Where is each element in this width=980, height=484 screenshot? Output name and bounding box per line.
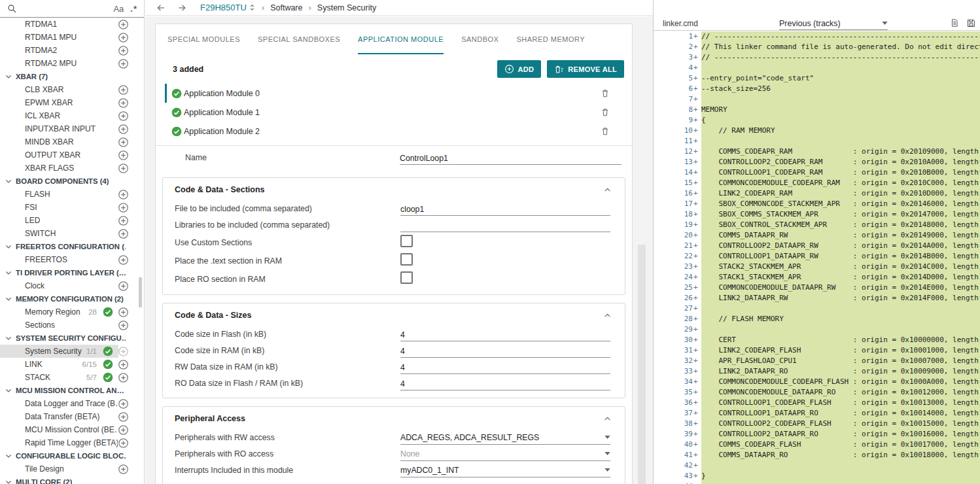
tree-item-rtdma1-mpu[interactable]: RTDMA1 MPU bbox=[0, 31, 144, 44]
delete-module-icon[interactable] bbox=[601, 126, 610, 136]
tree-item-epwm-xbar[interactable]: EPWM XBAR bbox=[0, 96, 144, 109]
tree-item-output-xbar[interactable]: OUTPUT XBAR bbox=[0, 148, 144, 162]
add-module-icon[interactable] bbox=[118, 137, 129, 148]
add-module-icon[interactable] bbox=[118, 189, 129, 200]
add-module-icon[interactable] bbox=[118, 228, 129, 239]
tree-item-clock[interactable]: Clock bbox=[0, 279, 144, 292]
add-module-icon[interactable] bbox=[118, 438, 129, 449]
tree-group-ti-driver-porting-layer[interactable]: TI DRIVER PORTING LAYER (… bbox=[0, 266, 144, 279]
breadcrumb-software[interactable]: Software bbox=[270, 3, 302, 12]
checkbox-place-ro-section-in-ram[interactable] bbox=[400, 271, 413, 284]
save-icon[interactable] bbox=[966, 18, 976, 28]
tab-application-module[interactable]: APPLICATION MODULE bbox=[358, 24, 444, 54]
tree-item-freertos[interactable]: FREERTOS bbox=[0, 253, 144, 266]
select-peripherals-with-rw-access[interactable]: ADCA_REGS, ADCA_RESULT_REGS bbox=[400, 431, 610, 445]
collapse-toggle-icon[interactable] bbox=[603, 415, 612, 423]
tree-item-led[interactable]: LED bbox=[0, 214, 144, 227]
select-peripherals-with-ro-access[interactable]: None bbox=[400, 447, 610, 461]
tree-item-sections[interactable]: Sections bbox=[0, 319, 144, 332]
content-scrollbar-thumb[interactable] bbox=[638, 245, 646, 484]
tree-item-clb-xbar[interactable]: CLB XBAR bbox=[0, 83, 144, 96]
select-interrupts-included-in-this-module[interactable]: myADC0_1_INT bbox=[400, 464, 610, 477]
tree-item-flash[interactable]: FLASH bbox=[0, 188, 144, 201]
forward-arrow-icon[interactable] bbox=[177, 3, 187, 12]
text-input-libraries-to-be-included-comma-separated[interactable] bbox=[400, 218, 610, 232]
name-input[interactable]: ControlLoop1 bbox=[400, 151, 621, 165]
add-module-icon[interactable] bbox=[118, 346, 129, 357]
add-module-icon[interactable] bbox=[118, 307, 129, 318]
tree-item-rtdma2-mpu[interactable]: RTDMA2 MPU bbox=[0, 57, 144, 70]
module-row[interactable]: Application Module 1 bbox=[165, 103, 623, 122]
text-input-rw-data-size-in-ram-in-kb[interactable]: 4 bbox=[400, 360, 610, 374]
checkbox-place-the-text-section-in-ram[interactable] bbox=[400, 253, 413, 266]
add-module-icon[interactable] bbox=[118, 215, 129, 226]
tree-item-mcu-mission-control-be[interactable]: MCU Mission Control (BE… bbox=[0, 423, 144, 436]
match-case-icon[interactable]: Aa bbox=[113, 4, 124, 14]
collapse-toggle-icon[interactable] bbox=[603, 186, 612, 194]
module-search-bar[interactable]: Aa .* bbox=[0, 0, 144, 18]
tree-group-system-security-configu[interactable]: SYSTEM SECURITY CONFIGU… bbox=[0, 332, 144, 345]
add-module-icon[interactable] bbox=[118, 398, 129, 409]
add-button[interactable]: ADD bbox=[497, 60, 542, 78]
add-module-icon[interactable] bbox=[118, 58, 129, 69]
add-module-icon[interactable] bbox=[118, 163, 129, 174]
tree-group-freertos-configuration[interactable]: FREERTOS CONFIGURATION (… bbox=[0, 240, 144, 253]
collapse-toggle-icon[interactable] bbox=[603, 311, 612, 320]
tree-item-stack[interactable]: STACK5/7 bbox=[0, 371, 144, 384]
add-module-icon[interactable] bbox=[118, 84, 129, 95]
compare-mode-dropdown[interactable]: Previous (tracks) bbox=[779, 17, 888, 30]
tree-group-multi-core-2[interactable]: MULTI CORE (2) bbox=[0, 475, 144, 484]
tree-item-link[interactable]: LINK6/15 bbox=[0, 358, 144, 371]
sidebar-scrollbar-thumb[interactable] bbox=[139, 277, 142, 307]
tree-item-system-security[interactable]: System Security1/1 bbox=[0, 345, 144, 358]
tree-item-data-logger-and-trace-b[interactable]: Data Logger and Trace (B… bbox=[0, 397, 144, 410]
delete-module-icon[interactable] bbox=[601, 107, 610, 117]
checkbox-use-custom-sections[interactable] bbox=[400, 235, 413, 247]
tree-group-board-components-4[interactable]: BOARD COMPONENTS (4) bbox=[0, 175, 144, 188]
tree-item-rapid-time-logger-beta[interactable]: Rapid Time Logger (BETA) bbox=[0, 436, 144, 449]
tree-item-inputxbar-input[interactable]: INPUTXBAR INPUT bbox=[0, 122, 144, 135]
breadcrumb-system-security[interactable]: System Security bbox=[317, 3, 376, 12]
add-module-icon[interactable] bbox=[118, 372, 129, 383]
text-input-ro-data-size-in-flash-ram-in-kb[interactable]: 4 bbox=[400, 377, 610, 390]
tree-group-configurable-logic-bloc[interactable]: CONFIGURABLE LOGIC BLOC… bbox=[0, 449, 144, 462]
back-arrow-icon[interactable] bbox=[156, 3, 166, 12]
add-module-icon[interactable] bbox=[118, 202, 129, 213]
add-module-icon[interactable] bbox=[118, 150, 129, 161]
tree-group-xbar-7[interactable]: XBAR (7) bbox=[0, 70, 144, 83]
tab-shared-memory[interactable]: SHARED MEMORY bbox=[516, 24, 585, 54]
add-module-icon[interactable] bbox=[118, 97, 129, 109]
tree-item-icl-xbar[interactable]: ICL XBAR bbox=[0, 109, 144, 122]
text-input-code-size-in-ram-in-kb[interactable]: 4 bbox=[400, 344, 610, 358]
tab-sandbox[interactable]: SANDBOX bbox=[461, 24, 499, 54]
module-row[interactable]: Application Module 2 bbox=[165, 122, 623, 141]
export-file-icon[interactable] bbox=[950, 18, 959, 28]
add-module-icon[interactable] bbox=[118, 320, 129, 331]
tab-special-modules[interactable]: SPECIAL MODULES bbox=[167, 24, 240, 54]
tree-item-rtdma1[interactable]: RTDMA1 bbox=[0, 18, 144, 31]
tree-item-data-transfer-beta[interactable]: Data Transfer (BETA) bbox=[0, 410, 144, 423]
module-row[interactable]: Application Module 0 bbox=[165, 84, 623, 103]
unfold-more-icon[interactable] bbox=[249, 3, 256, 12]
tree-item-memory-region[interactable]: Memory Region28 bbox=[0, 305, 144, 319]
add-module-icon[interactable] bbox=[118, 464, 129, 475]
add-module-icon[interactable] bbox=[118, 359, 129, 370]
add-module-icon[interactable] bbox=[118, 411, 129, 423]
device-selector[interactable]: F29H850TU bbox=[200, 3, 247, 12]
regex-icon[interactable]: .* bbox=[130, 4, 137, 14]
tree-group-memory-configuration-2[interactable]: MEMORY CONFIGURATION (2) bbox=[0, 292, 144, 305]
add-module-icon[interactable] bbox=[118, 111, 129, 122]
tree-item-switch[interactable]: SWITCH bbox=[0, 227, 144, 240]
add-module-icon[interactable] bbox=[118, 254, 129, 266]
delete-module-icon[interactable] bbox=[601, 88, 610, 98]
add-module-icon[interactable] bbox=[118, 45, 129, 56]
tree-item-mindb-xbar[interactable]: MINDB XBAR bbox=[0, 135, 144, 148]
tree-group-mcu-mission-control-an[interactable]: MCU MISSION CONTROL AN… bbox=[0, 384, 144, 397]
add-module-icon[interactable] bbox=[118, 32, 129, 43]
remove-all-button[interactable]: REMOVE ALL bbox=[547, 60, 624, 78]
add-module-icon[interactable] bbox=[118, 424, 129, 436]
tab-special-sandboxes[interactable]: SPECIAL SANDBOXES bbox=[258, 24, 340, 54]
add-module-icon[interactable] bbox=[118, 19, 129, 30]
add-module-icon[interactable] bbox=[118, 124, 129, 135]
text-input-file-to-be-included-comma-separated[interactable]: cloop1 bbox=[400, 202, 610, 216]
